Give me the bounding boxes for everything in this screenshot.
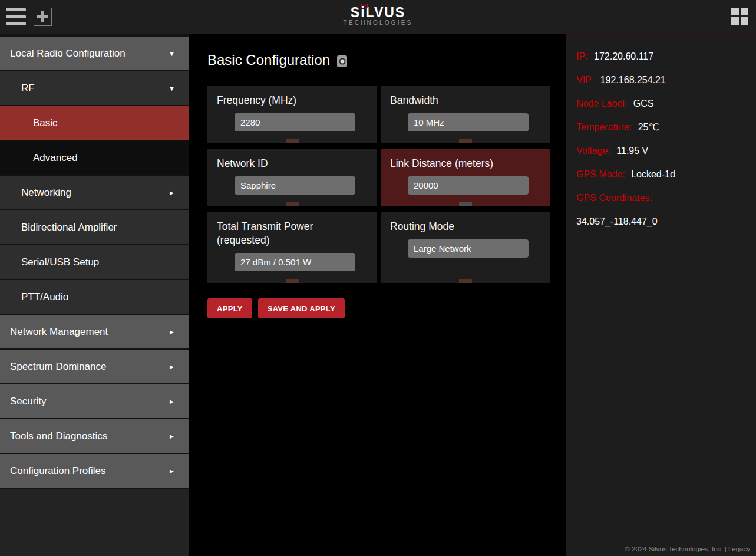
status-label: Temperature: [576, 122, 632, 132]
config-field-card-frequency-mhz: Frequency (MHz) [207, 86, 377, 143]
chevron-right-icon: ► [169, 398, 175, 405]
status-panel: IP: 172.20.60.117 VIP: 192.168.254.21 No… [566, 34, 756, 556]
chevron-down-icon: ▼ [169, 85, 175, 92]
field-label: Bandwidth [390, 94, 540, 107]
sidebar-item-spectrum-dominance[interactable]: Spectrum Dominance ► [0, 350, 189, 384]
field-input-network-id[interactable] [235, 176, 355, 195]
card-notch [459, 279, 472, 283]
status-row-voltage: Voltage: 11.95 V [576, 146, 756, 156]
sidebar-item-tools-and-diagnostics[interactable]: Tools and Diagnostics ► [0, 419, 189, 454]
radio-device-icon [337, 55, 347, 67]
sidebar-item-label: RF [21, 83, 35, 94]
sidebar-item-label: Networking [21, 187, 71, 199]
status-label: GPS Coordinates: [576, 193, 652, 203]
save-and-apply-button[interactable]: SAVE AND APPLY [258, 298, 345, 318]
status-label: GPS Mode: [576, 169, 625, 179]
status-rows: IP: 172.20.60.117 VIP: 192.168.254.21 No… [576, 52, 756, 226]
sidebar-item-basic[interactable]: Basic [0, 106, 189, 141]
antenna-icon [359, 3, 369, 8]
sidebar-item-label: Bidirectional Amplifier [21, 222, 117, 233]
card-notch [286, 279, 299, 283]
grid-square [741, 8, 748, 15]
status-value: 172.20.60.117 [594, 51, 653, 61]
grid-square [731, 17, 739, 25]
field-input-routing-mode[interactable] [408, 239, 529, 258]
card-notch [286, 202, 299, 206]
status-row-temperature: Temperature: 25℃ [576, 123, 756, 132]
add-button[interactable] [34, 8, 52, 26]
apps-grid-icon[interactable] [731, 8, 748, 25]
sidebar-item-advanced[interactable]: Advanced [0, 141, 189, 176]
sidebar-item-label: Advanced [33, 152, 78, 164]
brand-logo: SiLVUS TECHNOLOGIES [344, 5, 413, 26]
status-label: IP: [576, 51, 588, 61]
status-value: 34.057_-118.447_0 [576, 216, 658, 226]
chevron-right-icon: ► [169, 468, 175, 475]
menu-icon-bar [6, 22, 26, 25]
status-value: Locked-1d [631, 169, 675, 179]
footer-copyright: © 2024 Silvus Technologies, Inc. | Legac… [625, 545, 750, 552]
sidebar-item-local-radio-configuration[interactable]: Local Radio Configuration ▼ [0, 37, 189, 71]
sidebar-item-label: PTT/Audio [21, 291, 68, 303]
card-notch [286, 139, 299, 143]
page-title: Basic Configuration [207, 52, 330, 68]
menu-icon[interactable] [6, 8, 26, 25]
chevron-down-icon: ▼ [169, 50, 175, 57]
status-value: 192.168.254.21 [600, 75, 666, 85]
main-content: Basic Configuration Frequency (MHz) Band… [189, 34, 566, 556]
action-buttons: APPLY SAVE AND APPLY [207, 298, 566, 318]
sidebar-item-label: Basic [33, 117, 58, 129]
sidebar-item-rf[interactable]: RF ▼ [0, 71, 189, 106]
sidebar-nav: Local Radio Configuration ▼ RF ▼ Basic A… [0, 34, 189, 556]
field-label: Routing Mode [390, 220, 540, 233]
status-row-34-057-118-447-0: 34.057_-118.447_0 [576, 217, 756, 226]
page-title-row: Basic Configuration [207, 52, 566, 68]
card-notch [459, 139, 472, 143]
grid-square [741, 17, 748, 25]
sidebar-item-configuration-profiles[interactable]: Configuration Profiles ► [0, 454, 189, 489]
sidebar-item-label: Serial/USB Setup [21, 256, 99, 268]
app-root: SiLVUS TECHNOLOGIES Local Radio Configur… [0, 0, 756, 556]
brand-subtitle: TECHNOLOGIES [344, 19, 413, 26]
config-field-card-network-id: Network ID [207, 149, 377, 206]
chevron-right-icon: ► [169, 189, 175, 196]
sidebar-item-bidirectional-amplifier[interactable]: Bidirectional Amplifier [0, 210, 189, 245]
field-input-bandwidth[interactable] [408, 113, 529, 131]
sidebar-item-label: Spectrum Dominance [10, 361, 106, 373]
sidebar-item-network-management[interactable]: Network Management ► [0, 315, 189, 350]
field-label: Frequency (MHz) [217, 94, 367, 107]
field-input-frequency-mhz[interactable] [235, 113, 355, 131]
field-label: Total Transmit Power (requested) [217, 220, 367, 247]
field-input-link-distance-meters[interactable] [408, 176, 529, 195]
chevron-right-icon: ► [169, 433, 175, 440]
plus-icon [37, 11, 48, 22]
chevron-right-icon: ► [169, 363, 175, 370]
config-cards: Frequency (MHz) Bandwidth Network ID Lin… [207, 86, 566, 283]
sidebar-item-label: Network Management [10, 326, 108, 338]
menu-icon-bar [6, 8, 26, 11]
config-field-card-routing-mode: Routing Mode [381, 212, 550, 283]
config-field-card-total-transmit-power-requested: Total Transmit Power (requested) [207, 212, 377, 283]
status-value: 25℃ [638, 122, 659, 132]
field-input-total-transmit-power-requested[interactable] [235, 253, 355, 271]
sidebar-item-networking[interactable]: Networking ► [0, 176, 189, 210]
status-label: Voltage: [576, 146, 610, 156]
sidebar-item-ptt-audio[interactable]: PTT/Audio [0, 280, 189, 315]
chevron-right-icon: ► [169, 328, 175, 335]
status-value: GCS [633, 98, 654, 108]
apply-button[interactable]: APPLY [207, 298, 252, 318]
status-row-ip: IP: 172.20.60.117 [576, 52, 756, 61]
menu-icon-bar [6, 15, 26, 18]
config-field-card-bandwidth: Bandwidth [381, 86, 550, 143]
card-notch [459, 202, 472, 206]
status-label: Node Label: [576, 98, 627, 108]
status-value: 11.95 V [616, 146, 648, 156]
status-row-node-label: Node Label: GCS [576, 99, 756, 108]
top-bar: SiLVUS TECHNOLOGIES [0, 0, 756, 34]
sidebar-item-label: Tools and Diagnostics [10, 430, 107, 442]
sidebar-item-label: Local Radio Configuration [10, 48, 126, 60]
sidebar-item-serial-usb-setup[interactable]: Serial/USB Setup [0, 245, 189, 280]
sidebar-item-security[interactable]: Security ► [0, 384, 189, 419]
status-row-gps-mode: GPS Mode: Locked-1d [576, 170, 756, 179]
sidebar-item-label: Configuration Profiles [10, 465, 106, 477]
